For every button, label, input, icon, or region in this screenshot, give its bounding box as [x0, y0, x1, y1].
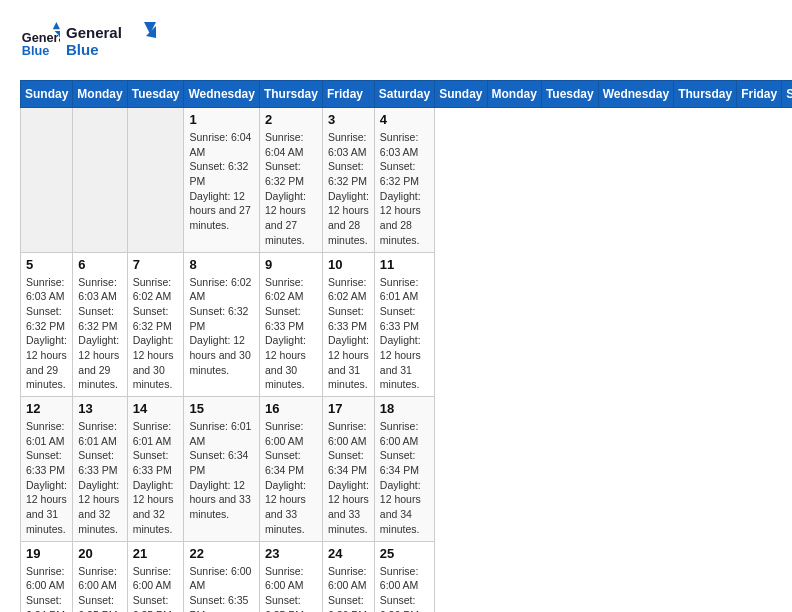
calendar-cell: 7Sunrise: 6:02 AM Sunset: 6:32 PM Daylig…	[127, 252, 184, 397]
calendar-header-row: SundayMondayTuesdayWednesdayThursdayFrid…	[21, 81, 793, 108]
day-of-week-header: Sunday	[21, 81, 73, 108]
calendar-cell: 12Sunrise: 6:01 AM Sunset: 6:33 PM Dayli…	[21, 397, 73, 542]
day-number: 20	[78, 546, 121, 561]
day-of-week-header: Wednesday	[184, 81, 259, 108]
day-info: Sunrise: 6:00 AM Sunset: 6:35 PM Dayligh…	[265, 564, 317, 613]
calendar-week-row: 5Sunrise: 6:03 AM Sunset: 6:32 PM Daylig…	[21, 252, 793, 397]
calendar-cell: 5Sunrise: 6:03 AM Sunset: 6:32 PM Daylig…	[21, 252, 73, 397]
day-number: 21	[133, 546, 179, 561]
calendar-cell: 2Sunrise: 6:04 AM Sunset: 6:32 PM Daylig…	[259, 108, 322, 253]
calendar-cell: 11Sunrise: 6:01 AM Sunset: 6:33 PM Dayli…	[374, 252, 434, 397]
day-info: Sunrise: 6:01 AM Sunset: 6:33 PM Dayligh…	[78, 419, 121, 537]
calendar-cell	[127, 108, 184, 253]
calendar-cell: 18Sunrise: 6:00 AM Sunset: 6:34 PM Dayli…	[374, 397, 434, 542]
day-of-week-header: Wednesday	[598, 81, 673, 108]
day-info: Sunrise: 6:04 AM Sunset: 6:32 PM Dayligh…	[189, 130, 253, 233]
calendar-week-row: 1Sunrise: 6:04 AM Sunset: 6:32 PM Daylig…	[21, 108, 793, 253]
day-number: 9	[265, 257, 317, 272]
day-number: 15	[189, 401, 253, 416]
day-number: 13	[78, 401, 121, 416]
day-info: Sunrise: 6:00 AM Sunset: 6:34 PM Dayligh…	[328, 419, 369, 537]
calendar-cell: 17Sunrise: 6:00 AM Sunset: 6:34 PM Dayli…	[322, 397, 374, 542]
day-info: Sunrise: 6:00 AM Sunset: 6:34 PM Dayligh…	[265, 419, 317, 537]
day-number: 14	[133, 401, 179, 416]
day-number: 3	[328, 112, 369, 127]
day-info: Sunrise: 6:01 AM Sunset: 6:33 PM Dayligh…	[133, 419, 179, 537]
day-info: Sunrise: 6:02 AM Sunset: 6:33 PM Dayligh…	[265, 275, 317, 393]
day-number: 6	[78, 257, 121, 272]
svg-marker-2	[53, 22, 60, 29]
day-number: 8	[189, 257, 253, 272]
calendar-cell: 8Sunrise: 6:02 AM Sunset: 6:32 PM Daylig…	[184, 252, 259, 397]
calendar-cell	[21, 108, 73, 253]
calendar-cell	[73, 108, 127, 253]
calendar-cell: 23Sunrise: 6:00 AM Sunset: 6:35 PM Dayli…	[259, 541, 322, 612]
day-of-week-header: Thursday	[674, 81, 737, 108]
day-number: 24	[328, 546, 369, 561]
day-of-week-header: Friday	[737, 81, 782, 108]
svg-text:Blue: Blue	[22, 43, 50, 58]
calendar-cell: 14Sunrise: 6:01 AM Sunset: 6:33 PM Dayli…	[127, 397, 184, 542]
calendar-table: SundayMondayTuesdayWednesdayThursdayFrid…	[20, 80, 792, 612]
page-header: General Blue General Blue	[20, 20, 772, 64]
calendar-cell: 4Sunrise: 6:03 AM Sunset: 6:32 PM Daylig…	[374, 108, 434, 253]
day-info: Sunrise: 6:03 AM Sunset: 6:32 PM Dayligh…	[328, 130, 369, 248]
calendar-cell: 25Sunrise: 6:00 AM Sunset: 6:36 PM Dayli…	[374, 541, 434, 612]
day-info: Sunrise: 6:00 AM Sunset: 6:36 PM Dayligh…	[328, 564, 369, 613]
day-info: Sunrise: 6:01 AM Sunset: 6:34 PM Dayligh…	[189, 419, 253, 522]
day-of-week-header: Thursday	[259, 81, 322, 108]
calendar-cell: 22Sunrise: 6:00 AM Sunset: 6:35 PM Dayli…	[184, 541, 259, 612]
calendar-cell: 9Sunrise: 6:02 AM Sunset: 6:33 PM Daylig…	[259, 252, 322, 397]
day-number: 22	[189, 546, 253, 561]
calendar-cell: 1Sunrise: 6:04 AM Sunset: 6:32 PM Daylig…	[184, 108, 259, 253]
calendar-cell: 6Sunrise: 6:03 AM Sunset: 6:32 PM Daylig…	[73, 252, 127, 397]
day-of-week-header: Tuesday	[127, 81, 184, 108]
svg-text:General: General	[66, 24, 122, 41]
calendar-cell: 3Sunrise: 6:03 AM Sunset: 6:32 PM Daylig…	[322, 108, 374, 253]
day-info: Sunrise: 6:02 AM Sunset: 6:32 PM Dayligh…	[189, 275, 253, 378]
day-number: 12	[26, 401, 67, 416]
day-of-week-header: Sunday	[435, 81, 487, 108]
calendar-cell: 13Sunrise: 6:01 AM Sunset: 6:33 PM Dayli…	[73, 397, 127, 542]
day-info: Sunrise: 6:00 AM Sunset: 6:35 PM Dayligh…	[189, 564, 253, 613]
calendar-cell: 16Sunrise: 6:00 AM Sunset: 6:34 PM Dayli…	[259, 397, 322, 542]
day-number: 10	[328, 257, 369, 272]
day-number: 18	[380, 401, 429, 416]
day-number: 25	[380, 546, 429, 561]
day-info: Sunrise: 6:00 AM Sunset: 6:34 PM Dayligh…	[26, 564, 67, 613]
day-info: Sunrise: 6:03 AM Sunset: 6:32 PM Dayligh…	[380, 130, 429, 248]
calendar-cell: 15Sunrise: 6:01 AM Sunset: 6:34 PM Dayli…	[184, 397, 259, 542]
day-number: 11	[380, 257, 429, 272]
day-number: 23	[265, 546, 317, 561]
calendar-cell: 20Sunrise: 6:00 AM Sunset: 6:35 PM Dayli…	[73, 541, 127, 612]
day-number: 7	[133, 257, 179, 272]
day-of-week-header: Monday	[487, 81, 541, 108]
day-info: Sunrise: 6:01 AM Sunset: 6:33 PM Dayligh…	[380, 275, 429, 393]
day-info: Sunrise: 6:03 AM Sunset: 6:32 PM Dayligh…	[26, 275, 67, 393]
day-info: Sunrise: 6:04 AM Sunset: 6:32 PM Dayligh…	[265, 130, 317, 248]
day-info: Sunrise: 6:00 AM Sunset: 6:34 PM Dayligh…	[380, 419, 429, 537]
day-of-week-header: Saturday	[782, 81, 792, 108]
day-info: Sunrise: 6:02 AM Sunset: 6:32 PM Dayligh…	[133, 275, 179, 393]
day-number: 16	[265, 401, 317, 416]
day-number: 19	[26, 546, 67, 561]
day-info: Sunrise: 6:02 AM Sunset: 6:33 PM Dayligh…	[328, 275, 369, 393]
day-of-week-header: Monday	[73, 81, 127, 108]
day-info: Sunrise: 6:01 AM Sunset: 6:33 PM Dayligh…	[26, 419, 67, 537]
calendar-week-row: 12Sunrise: 6:01 AM Sunset: 6:33 PM Dayli…	[21, 397, 793, 542]
day-number: 1	[189, 112, 253, 127]
day-info: Sunrise: 6:03 AM Sunset: 6:32 PM Dayligh…	[78, 275, 121, 393]
svg-text:Blue: Blue	[66, 41, 99, 58]
day-number: 17	[328, 401, 369, 416]
logo-icon: General Blue	[20, 22, 60, 62]
day-info: Sunrise: 6:00 AM Sunset: 6:35 PM Dayligh…	[78, 564, 121, 613]
calendar-cell: 19Sunrise: 6:00 AM Sunset: 6:34 PM Dayli…	[21, 541, 73, 612]
day-number: 5	[26, 257, 67, 272]
day-number: 2	[265, 112, 317, 127]
logo: General Blue General Blue	[20, 20, 156, 64]
day-info: Sunrise: 6:00 AM Sunset: 6:36 PM Dayligh…	[380, 564, 429, 613]
logo-svg: General Blue	[66, 20, 156, 60]
calendar-cell: 24Sunrise: 6:00 AM Sunset: 6:36 PM Dayli…	[322, 541, 374, 612]
day-of-week-header: Saturday	[374, 81, 434, 108]
calendar-cell: 21Sunrise: 6:00 AM Sunset: 6:35 PM Dayli…	[127, 541, 184, 612]
